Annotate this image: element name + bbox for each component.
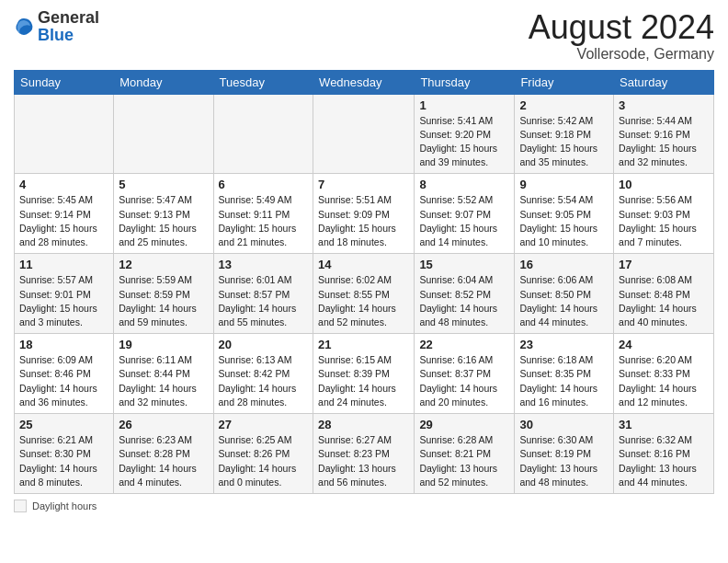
calendar-week-row: 4Sunrise: 5:45 AMSunset: 9:14 PMDaylight… xyxy=(15,174,714,254)
calendar-day-cell: 31Sunrise: 6:32 AMSunset: 8:16 PMDayligh… xyxy=(614,414,714,494)
day-info: Sunrise: 5:59 AMSunset: 8:59 PMDaylight:… xyxy=(119,273,208,329)
calendar-day-cell: 28Sunrise: 6:27 AMSunset: 8:23 PMDayligh… xyxy=(313,414,415,494)
day-info: Sunrise: 5:47 AMSunset: 9:13 PMDaylight:… xyxy=(119,193,208,249)
day-info: Sunrise: 6:30 AMSunset: 8:19 PMDaylight:… xyxy=(519,433,609,489)
calendar-day-cell: 5Sunrise: 5:47 AMSunset: 9:13 PMDaylight… xyxy=(114,174,213,254)
calendar-day-header: Monday xyxy=(114,70,213,94)
logo-text: General Blue xyxy=(38,9,99,44)
day-info: Sunrise: 5:51 AMSunset: 9:09 PMDaylight:… xyxy=(318,193,409,249)
day-info: Sunrise: 5:41 AMSunset: 9:20 PMDaylight:… xyxy=(419,114,509,170)
day-info: Sunrise: 6:02 AMSunset: 8:55 PMDaylight:… xyxy=(318,273,409,329)
day-number: 21 xyxy=(318,338,409,351)
day-info: Sunrise: 6:20 AMSunset: 8:33 PMDaylight:… xyxy=(619,353,709,409)
calendar-day-cell: 7Sunrise: 5:51 AMSunset: 9:09 PMDaylight… xyxy=(313,174,415,254)
day-number: 5 xyxy=(119,178,208,191)
day-number: 13 xyxy=(219,258,309,271)
day-info: Sunrise: 6:18 AMSunset: 8:35 PMDaylight:… xyxy=(519,353,609,409)
day-number: 29 xyxy=(419,418,509,431)
day-number: 31 xyxy=(619,418,709,431)
calendar-day-cell xyxy=(313,94,415,174)
day-number: 22 xyxy=(419,338,509,351)
calendar-day-cell: 12Sunrise: 5:59 AMSunset: 8:59 PMDayligh… xyxy=(114,254,213,334)
calendar-day-cell: 26Sunrise: 6:23 AMSunset: 8:28 PMDayligh… xyxy=(114,414,213,494)
day-info: Sunrise: 6:23 AMSunset: 8:28 PMDaylight:… xyxy=(119,433,208,489)
month-title: August 2024 xyxy=(529,9,714,46)
day-info: Sunrise: 6:06 AMSunset: 8:50 PMDaylight:… xyxy=(519,273,609,329)
calendar-day-cell: 4Sunrise: 5:45 AMSunset: 9:14 PMDaylight… xyxy=(15,174,114,254)
calendar-day-cell: 27Sunrise: 6:25 AMSunset: 8:26 PMDayligh… xyxy=(213,414,313,494)
calendar-day-cell: 30Sunrise: 6:30 AMSunset: 8:19 PMDayligh… xyxy=(515,414,614,494)
day-number: 6 xyxy=(219,178,309,191)
calendar-day-cell: 10Sunrise: 5:56 AMSunset: 9:03 PMDayligh… xyxy=(614,174,714,254)
day-info: Sunrise: 5:42 AMSunset: 9:18 PMDaylight:… xyxy=(519,114,609,170)
day-info: Sunrise: 5:44 AMSunset: 9:16 PMDaylight:… xyxy=(619,114,709,170)
day-number: 8 xyxy=(419,178,509,191)
day-info: Sunrise: 5:56 AMSunset: 9:03 PMDaylight:… xyxy=(619,193,709,249)
day-number: 1 xyxy=(419,98,509,112)
day-number: 17 xyxy=(619,258,709,271)
day-number: 7 xyxy=(318,178,409,191)
day-info: Sunrise: 6:09 AMSunset: 8:46 PMDaylight:… xyxy=(19,353,108,409)
day-number: 28 xyxy=(318,418,409,431)
calendar-day-cell: 3Sunrise: 5:44 AMSunset: 9:16 PMDaylight… xyxy=(614,94,714,174)
calendar-day-cell: 8Sunrise: 5:52 AMSunset: 9:07 PMDaylight… xyxy=(415,174,515,254)
day-number: 4 xyxy=(19,178,108,191)
day-info: Sunrise: 6:25 AMSunset: 8:26 PMDaylight:… xyxy=(219,433,309,489)
day-number: 15 xyxy=(419,258,509,271)
calendar-day-cell: 22Sunrise: 6:16 AMSunset: 8:37 PMDayligh… xyxy=(415,334,515,414)
day-info: Sunrise: 6:15 AMSunset: 8:39 PMDaylight:… xyxy=(318,353,409,409)
day-number: 27 xyxy=(219,418,309,431)
day-number: 9 xyxy=(519,178,609,191)
calendar-day-cell: 23Sunrise: 6:18 AMSunset: 8:35 PMDayligh… xyxy=(515,334,614,414)
calendar-day-cell xyxy=(15,94,114,174)
day-number: 11 xyxy=(19,258,108,271)
calendar-day-cell: 2Sunrise: 5:42 AMSunset: 9:18 PMDaylight… xyxy=(515,94,614,174)
calendar-day-cell: 24Sunrise: 6:20 AMSunset: 8:33 PMDayligh… xyxy=(614,334,714,414)
calendar-week-row: 11Sunrise: 5:57 AMSunset: 9:01 PMDayligh… xyxy=(15,254,714,334)
calendar-day-cell: 20Sunrise: 6:13 AMSunset: 8:42 PMDayligh… xyxy=(213,334,313,414)
day-number: 18 xyxy=(19,338,108,351)
calendar-day-cell: 6Sunrise: 5:49 AMSunset: 9:11 PMDaylight… xyxy=(213,174,313,254)
calendar-day-header: Saturday xyxy=(614,70,714,94)
calendar-day-cell: 1Sunrise: 5:41 AMSunset: 9:20 PMDaylight… xyxy=(415,94,515,174)
day-number: 26 xyxy=(119,418,208,431)
calendar-day-cell xyxy=(213,94,313,174)
calendar-day-cell: 18Sunrise: 6:09 AMSunset: 8:46 PMDayligh… xyxy=(15,334,114,414)
day-info: Sunrise: 6:28 AMSunset: 8:21 PMDaylight:… xyxy=(419,433,509,489)
calendar-day-header: Friday xyxy=(515,70,614,94)
day-number: 14 xyxy=(318,258,409,271)
day-number: 12 xyxy=(119,258,208,271)
calendar-week-row: 1Sunrise: 5:41 AMSunset: 9:20 PMDaylight… xyxy=(15,94,714,174)
calendar-day-header: Wednesday xyxy=(313,70,415,94)
calendar-table: SundayMondayTuesdayWednesdayThursdayFrid… xyxy=(14,70,714,494)
day-info: Sunrise: 6:01 AMSunset: 8:57 PMDaylight:… xyxy=(219,273,309,329)
calendar-day-cell: 21Sunrise: 6:15 AMSunset: 8:39 PMDayligh… xyxy=(313,334,415,414)
logo-general: General xyxy=(38,8,99,27)
calendar-day-cell: 13Sunrise: 6:01 AMSunset: 8:57 PMDayligh… xyxy=(213,254,313,334)
day-info: Sunrise: 5:57 AMSunset: 9:01 PMDaylight:… xyxy=(19,273,108,329)
calendar-day-cell: 14Sunrise: 6:02 AMSunset: 8:55 PMDayligh… xyxy=(313,254,415,334)
legend-label: Daylight hours xyxy=(32,500,97,511)
calendar-day-cell xyxy=(114,94,213,174)
calendar-day-cell: 19Sunrise: 6:11 AMSunset: 8:44 PMDayligh… xyxy=(114,334,213,414)
logo-blue: Blue xyxy=(38,26,74,44)
title-block: August 2024 Vollersode, Germany xyxy=(529,9,714,63)
day-info: Sunrise: 6:04 AMSunset: 8:52 PMDaylight:… xyxy=(419,273,509,329)
day-number: 16 xyxy=(519,258,609,271)
legend: Daylight hours xyxy=(14,500,714,512)
day-info: Sunrise: 6:32 AMSunset: 8:16 PMDaylight:… xyxy=(619,433,709,489)
page-header: General Blue August 2024 Vollersode, Ger… xyxy=(14,9,714,63)
calendar-day-cell: 15Sunrise: 6:04 AMSunset: 8:52 PMDayligh… xyxy=(415,254,515,334)
calendar-week-row: 25Sunrise: 6:21 AMSunset: 8:30 PMDayligh… xyxy=(15,414,714,494)
calendar-day-header: Thursday xyxy=(415,70,515,94)
logo-icon xyxy=(14,17,34,37)
day-number: 3 xyxy=(619,98,709,112)
day-number: 20 xyxy=(219,338,309,351)
calendar-day-cell: 29Sunrise: 6:28 AMSunset: 8:21 PMDayligh… xyxy=(415,414,515,494)
calendar-day-header: Sunday xyxy=(15,70,114,94)
day-info: Sunrise: 6:13 AMSunset: 8:42 PMDaylight:… xyxy=(219,353,309,409)
calendar-day-cell: 25Sunrise: 6:21 AMSunset: 8:30 PMDayligh… xyxy=(15,414,114,494)
calendar-day-cell: 9Sunrise: 5:54 AMSunset: 9:05 PMDaylight… xyxy=(515,174,614,254)
day-info: Sunrise: 6:21 AMSunset: 8:30 PMDaylight:… xyxy=(19,433,108,489)
day-info: Sunrise: 6:16 AMSunset: 8:37 PMDaylight:… xyxy=(419,353,509,409)
